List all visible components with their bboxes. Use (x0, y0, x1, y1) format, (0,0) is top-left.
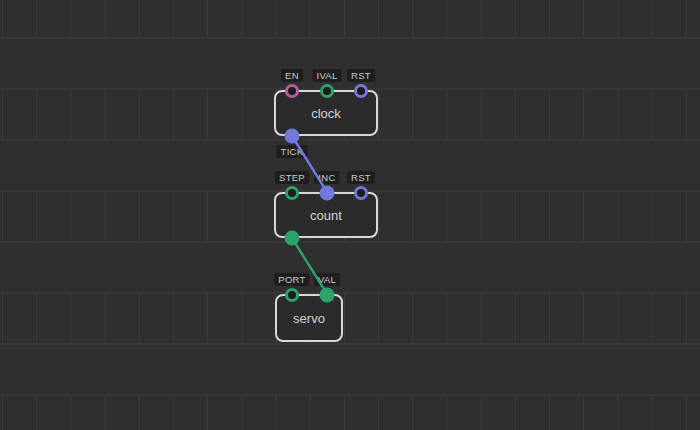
node-clock[interactable]: EN IVAL RST clock TICK (274, 90, 378, 136)
pin-clock-en[interactable] (285, 84, 299, 98)
node-count[interactable]: STEP INC RST count (274, 192, 378, 238)
pin-count-rst[interactable] (354, 186, 368, 200)
pin-label-step: STEP (275, 171, 309, 184)
node-label: servo (293, 311, 325, 326)
pin-count-step[interactable] (285, 186, 299, 200)
pin-clock-rst[interactable] (354, 84, 368, 98)
node-servo[interactable]: PORT VAL servo (275, 294, 343, 342)
patch-canvas[interactable]: EN IVAL RST clock TICK STEP INC RST coun… (0, 0, 700, 430)
pin-label-rst: RST (347, 171, 375, 184)
pin-label-port: PORT (274, 273, 309, 286)
pin-servo-port[interactable] (285, 288, 299, 302)
grid-band (0, 293, 700, 344)
pin-label-ival: IVAL (312, 69, 341, 82)
pin-label-en: EN (281, 69, 303, 82)
pin-servo-val[interactable] (320, 288, 335, 303)
pin-count-out[interactable] (285, 231, 300, 246)
pin-clock-tick[interactable] (285, 129, 300, 144)
node-label: clock (311, 106, 341, 121)
grid-band (0, 395, 700, 430)
node-label: count (310, 208, 342, 223)
node-box[interactable]: servo (275, 294, 343, 342)
grid-band (0, 0, 700, 38)
pin-label-rst: RST (347, 69, 375, 82)
pin-count-inc[interactable] (320, 186, 335, 201)
pin-clock-ival[interactable] (320, 84, 334, 98)
